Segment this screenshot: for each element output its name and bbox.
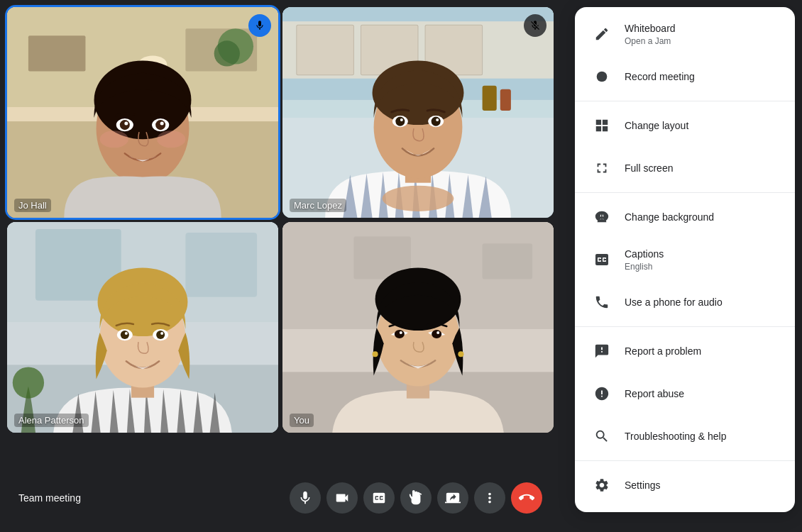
menu-item-settings[interactable]: Settings: [575, 464, 795, 506]
participant-name-you: You: [290, 414, 314, 427]
menu-divider-3: [575, 326, 795, 327]
menu-report-abuse-title: Report abuse: [625, 387, 781, 400]
svg-point-34: [395, 117, 405, 126]
troubleshooting-icon: [589, 423, 615, 449]
meeting-name-label: Team meeting: [18, 492, 81, 504]
video-tile-you[interactable]: You: [282, 222, 554, 433]
svg-point-16: [124, 122, 128, 126]
menu-divider-4: [575, 460, 795, 461]
menu-item-phone-audio[interactable]: Use a phone for audio: [575, 281, 795, 323]
record-icon: [589, 64, 615, 89]
report-abuse-icon: [589, 381, 615, 406]
menu-whiteboard-subtitle: Open a Jam: [625, 36, 781, 46]
participant-name-jo: Jo Hall: [14, 199, 51, 212]
svg-point-14: [120, 120, 130, 130]
edit-icon: [589, 21, 615, 47]
mic-button[interactable]: [290, 482, 321, 514]
raise-hand-button[interactable]: [400, 482, 432, 514]
menu-troubleshooting-title: Troubleshooting & help: [625, 430, 781, 443]
svg-point-69: [597, 72, 608, 82]
toolbar-buttons-group: [290, 482, 542, 514]
svg-point-65: [400, 331, 402, 334]
participant-name-marc: Marc Lopez: [290, 199, 346, 212]
svg-point-37: [436, 118, 439, 121]
end-call-button[interactable]: [511, 482, 542, 514]
svg-point-19: [157, 131, 185, 148]
video-tile-jo[interactable]: Jo Hall: [7, 7, 278, 218]
meeting-toolbar: Team meeting: [7, 478, 554, 518]
svg-rect-27: [500, 89, 511, 111]
menu-whiteboard-title: Whiteboard: [625, 22, 781, 35]
settings-icon: [589, 472, 615, 498]
svg-rect-42: [185, 233, 257, 297]
menu-item-whiteboard[interactable]: Whiteboard Open a Jam: [575, 13, 795, 55]
svg-point-36: [400, 118, 403, 121]
menu-item-report-abuse[interactable]: Report abuse: [575, 372, 795, 415]
menu-captions-subtitle: English: [625, 262, 781, 272]
menu-background-title: Change background: [625, 211, 781, 223]
video-tile-alena[interactable]: Alena Patterson: [7, 222, 278, 433]
svg-rect-58: [483, 243, 532, 279]
phone-audio-icon: [589, 289, 615, 315]
svg-point-18: [100, 131, 128, 148]
menu-settings-title: Settings: [625, 479, 781, 492]
menu-report-problem-title: Report a problem: [625, 345, 781, 358]
menu-item-record[interactable]: Record meeting: [575, 55, 795, 98]
menu-layout-title: Change layout: [625, 119, 781, 132]
mic-active-indicator: [248, 14, 271, 37]
menu-record-title: Record meeting: [625, 70, 781, 83]
svg-point-45: [13, 367, 44, 398]
more-options-button[interactable]: [474, 482, 505, 514]
svg-point-15: [155, 120, 165, 130]
svg-rect-26: [483, 86, 497, 111]
captions-menu-icon: [589, 247, 615, 272]
svg-rect-23: [297, 25, 354, 74]
menu-item-captions[interactable]: Captions English: [575, 238, 795, 281]
menu-phone-audio-title: Use a phone for audio: [625, 296, 781, 309]
svg-point-5: [214, 40, 240, 66]
svg-point-63: [395, 330, 405, 338]
captions-button[interactable]: [363, 482, 395, 514]
menu-item-background[interactable]: Change background: [575, 196, 795, 238]
menu-divider-1: [575, 101, 795, 101]
svg-point-67: [373, 351, 378, 357]
context-menu: Whiteboard Open a Jam Record meeting Cha…: [575, 7, 795, 512]
mic-muted-indicator-marc: [524, 14, 546, 37]
svg-rect-2: [28, 35, 86, 71]
menu-divider-2: [575, 192, 795, 193]
menu-fullscreen-title: Full screen: [625, 162, 781, 174]
svg-point-38: [383, 186, 454, 211]
camera-button[interactable]: [326, 482, 358, 514]
video-grid: Jo Hall: [7, 7, 554, 433]
svg-point-35: [432, 117, 441, 126]
layout-icon: [589, 113, 615, 138]
present-button[interactable]: [437, 482, 468, 514]
fullscreen-icon: [589, 155, 615, 181]
svg-point-51: [121, 331, 129, 339]
svg-point-53: [125, 332, 128, 335]
svg-point-17: [160, 122, 164, 126]
svg-point-10: [94, 61, 192, 140]
svg-point-54: [160, 332, 163, 335]
svg-point-68: [458, 351, 463, 357]
menu-captions-title: Captions: [625, 248, 781, 260]
svg-point-52: [156, 331, 165, 339]
participant-name-alena: Alena Patterson: [14, 414, 89, 427]
menu-item-report-problem[interactable]: Report a problem: [575, 330, 795, 372]
background-icon: [589, 204, 615, 230]
menu-item-layout[interactable]: Change layout: [575, 104, 795, 147]
menu-item-troubleshooting[interactable]: Troubleshooting & help: [575, 415, 795, 458]
video-tile-marc[interactable]: Marc Lopez: [282, 7, 554, 218]
menu-item-fullscreen[interactable]: Full screen: [575, 147, 795, 189]
svg-point-66: [436, 331, 439, 334]
svg-point-64: [432, 330, 441, 338]
report-problem-icon: [589, 338, 615, 364]
